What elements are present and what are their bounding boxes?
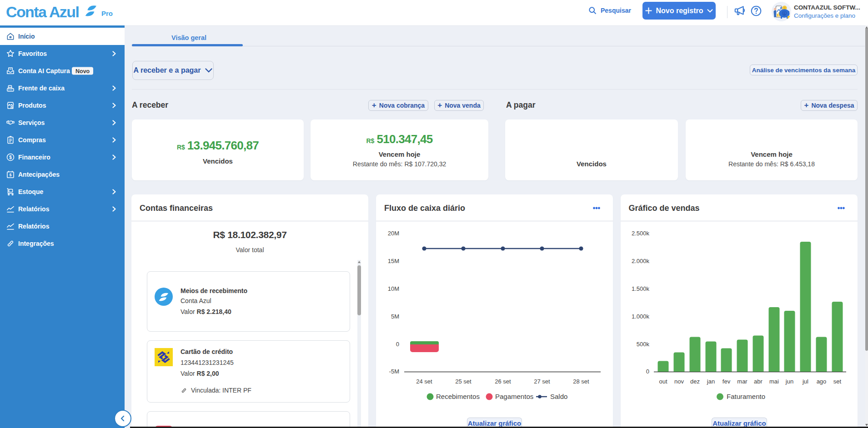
svg-text:1.500k: 1.500k xyxy=(631,285,649,292)
svg-text:jul: jul xyxy=(802,378,808,385)
svg-text:25 set: 25 set xyxy=(455,378,472,385)
svg-text:0: 0 xyxy=(646,368,649,375)
svg-text:Pagamentos: Pagamentos xyxy=(495,393,533,400)
svg-text:20M: 20M xyxy=(388,230,399,237)
svg-text:fev: fev xyxy=(722,378,730,385)
svg-text:1.000k: 1.000k xyxy=(631,313,649,320)
svg-text:2.500k: 2.500k xyxy=(631,230,649,237)
svg-text:15M: 15M xyxy=(388,258,399,264)
svg-text:24 set: 24 set xyxy=(416,378,432,385)
svg-text:27 set: 27 set xyxy=(534,378,550,385)
svg-text:set: set xyxy=(833,378,841,385)
svg-text:jun: jun xyxy=(785,378,793,385)
svg-text:abr: abr xyxy=(754,378,763,385)
svg-text:mai: mai xyxy=(769,378,779,385)
svg-text:Faturamento: Faturamento xyxy=(727,393,765,400)
svg-text:10M: 10M xyxy=(388,285,399,292)
svg-text:28 set: 28 set xyxy=(573,378,589,385)
svg-text:0: 0 xyxy=(396,341,399,348)
svg-text:2.000k: 2.000k xyxy=(631,258,649,264)
svg-text:Recebimentos: Recebimentos xyxy=(436,393,480,400)
svg-text:$: $ xyxy=(10,173,12,177)
svg-text:dez: dez xyxy=(690,378,700,385)
svg-text:26 set: 26 set xyxy=(495,378,511,385)
svg-text:5M: 5M xyxy=(391,313,399,320)
svg-text:500k: 500k xyxy=(636,341,649,348)
svg-text:out: out xyxy=(659,378,667,385)
svg-text:nov: nov xyxy=(674,378,684,385)
svg-text:jan: jan xyxy=(706,378,714,385)
svg-text:-5M: -5M xyxy=(389,368,399,375)
svg-text:$: $ xyxy=(783,11,786,16)
svg-text:ago: ago xyxy=(816,378,826,385)
svg-text:$: $ xyxy=(9,155,12,160)
svg-text:mar: mar xyxy=(737,378,748,385)
svg-text:Saldo: Saldo xyxy=(550,393,567,400)
